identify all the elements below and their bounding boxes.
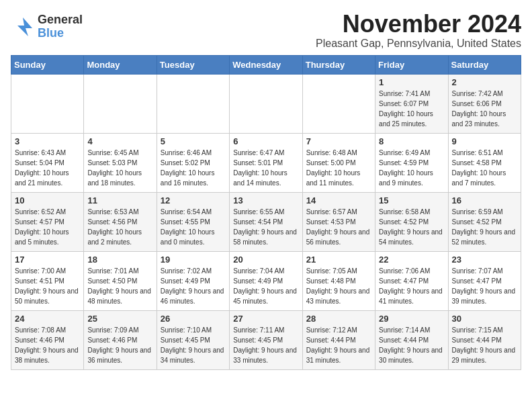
day-number: 10	[15, 195, 80, 205]
logo-general: General	[38, 13, 83, 27]
day-number: 4	[87, 136, 152, 146]
day-number: 15	[379, 195, 444, 205]
day-number: 28	[306, 314, 371, 324]
calendar-cell: 26Sunrise: 7:10 AM Sunset: 4:45 PM Dayli…	[157, 310, 229, 369]
month-title: November 2024	[316, 11, 521, 38]
calendar-cell: 19Sunrise: 7:02 AM Sunset: 4:49 PM Dayli…	[157, 251, 229, 310]
day-info: Sunrise: 6:58 AM Sunset: 4:52 PM Dayligh…	[379, 207, 444, 247]
day-number: 2	[452, 77, 517, 87]
day-number: 26	[161, 314, 226, 324]
calendar-cell: 30Sunrise: 7:15 AM Sunset: 4:44 PM Dayli…	[448, 310, 521, 369]
day-number: 6	[233, 136, 298, 146]
logo: General Blue	[11, 13, 83, 40]
day-number: 7	[306, 136, 371, 146]
calendar-cell: 10Sunrise: 6:52 AM Sunset: 4:57 PM Dayli…	[11, 192, 84, 251]
day-info: Sunrise: 7:41 AM Sunset: 6:07 PM Dayligh…	[379, 89, 444, 129]
day-info: Sunrise: 7:09 AM Sunset: 4:46 PM Dayligh…	[87, 325, 152, 365]
calendar-cell: 24Sunrise: 7:08 AM Sunset: 4:46 PM Dayli…	[11, 310, 84, 369]
day-number: 19	[161, 255, 226, 265]
logo-blue: Blue	[38, 27, 83, 40]
weekday-row: SundayMondayTuesdayWednesdayThursdayFrid…	[11, 55, 521, 74]
day-info: Sunrise: 7:04 AM Sunset: 4:49 PM Dayligh…	[233, 266, 298, 306]
calendar-header: SundayMondayTuesdayWednesdayThursdayFrid…	[11, 55, 521, 74]
day-info: Sunrise: 6:53 AM Sunset: 4:56 PM Dayligh…	[87, 207, 152, 247]
day-number: 25	[87, 314, 152, 324]
calendar-cell: 7Sunrise: 6:48 AM Sunset: 5:00 PM Daylig…	[302, 133, 375, 192]
day-number: 27	[233, 314, 298, 324]
day-info: Sunrise: 6:48 AM Sunset: 5:00 PM Dayligh…	[306, 148, 371, 188]
day-info: Sunrise: 7:11 AM Sunset: 4:45 PM Dayligh…	[233, 325, 298, 365]
day-info: Sunrise: 6:57 AM Sunset: 4:53 PM Dayligh…	[306, 207, 371, 247]
calendar-table: SundayMondayTuesdayWednesdayThursdayFrid…	[11, 55, 521, 370]
calendar-cell	[157, 74, 229, 133]
calendar-cell: 14Sunrise: 6:57 AM Sunset: 4:53 PM Dayli…	[302, 192, 375, 251]
day-info: Sunrise: 6:43 AM Sunset: 5:04 PM Dayligh…	[15, 148, 80, 188]
day-number: 14	[306, 195, 371, 205]
day-number: 29	[379, 314, 444, 324]
calendar-cell: 27Sunrise: 7:11 AM Sunset: 4:45 PM Dayli…	[230, 310, 302, 369]
weekday-header: Sunday	[11, 55, 84, 74]
logo-text: General Blue	[38, 13, 83, 40]
calendar-cell: 28Sunrise: 7:12 AM Sunset: 4:44 PM Dayli…	[302, 310, 375, 369]
day-number: 12	[161, 195, 226, 205]
day-number: 24	[15, 314, 80, 324]
day-info: Sunrise: 7:10 AM Sunset: 4:45 PM Dayligh…	[161, 325, 226, 365]
calendar-body: 1Sunrise: 7:41 AM Sunset: 6:07 PM Daylig…	[11, 74, 521, 369]
day-info: Sunrise: 7:05 AM Sunset: 4:48 PM Dayligh…	[306, 266, 371, 306]
day-info: Sunrise: 6:51 AM Sunset: 4:58 PM Dayligh…	[452, 148, 517, 188]
day-info: Sunrise: 6:47 AM Sunset: 5:01 PM Dayligh…	[233, 148, 298, 188]
calendar-cell: 15Sunrise: 6:58 AM Sunset: 4:52 PM Dayli…	[375, 192, 448, 251]
day-number: 20	[233, 255, 298, 265]
day-info: Sunrise: 7:07 AM Sunset: 4:47 PM Dayligh…	[452, 266, 517, 306]
calendar-cell	[84, 74, 157, 133]
calendar-cell	[11, 74, 84, 133]
weekday-header: Thursday	[302, 55, 375, 74]
day-info: Sunrise: 6:59 AM Sunset: 4:52 PM Dayligh…	[452, 207, 517, 247]
calendar-cell: 12Sunrise: 6:54 AM Sunset: 4:55 PM Dayli…	[157, 192, 229, 251]
calendar-cell: 5Sunrise: 6:46 AM Sunset: 5:02 PM Daylig…	[157, 133, 229, 192]
calendar-week-row: 10Sunrise: 6:52 AM Sunset: 4:57 PM Dayli…	[11, 192, 521, 251]
calendar-cell: 6Sunrise: 6:47 AM Sunset: 5:01 PM Daylig…	[230, 133, 302, 192]
day-number: 9	[452, 136, 517, 146]
day-number: 8	[379, 136, 444, 146]
day-number: 5	[161, 136, 226, 146]
day-info: Sunrise: 7:08 AM Sunset: 4:46 PM Dayligh…	[15, 325, 80, 365]
day-info: Sunrise: 6:46 AM Sunset: 5:02 PM Dayligh…	[161, 148, 226, 188]
calendar-cell: 2Sunrise: 7:42 AM Sunset: 6:06 PM Daylig…	[448, 74, 521, 133]
day-info: Sunrise: 6:54 AM Sunset: 4:55 PM Dayligh…	[161, 207, 226, 247]
day-info: Sunrise: 6:45 AM Sunset: 5:03 PM Dayligh…	[87, 148, 152, 188]
day-number: 17	[15, 255, 80, 265]
day-info: Sunrise: 6:52 AM Sunset: 4:57 PM Dayligh…	[15, 207, 80, 247]
calendar-cell: 8Sunrise: 6:49 AM Sunset: 4:59 PM Daylig…	[375, 133, 448, 192]
day-number: 18	[87, 255, 152, 265]
day-info: Sunrise: 7:42 AM Sunset: 6:06 PM Dayligh…	[452, 89, 517, 129]
title-block: November 2024 Pleasant Gap, Pennsylvania…	[316, 11, 521, 50]
location: Pleasant Gap, Pennsylvania, United State…	[316, 38, 521, 50]
calendar-cell: 21Sunrise: 7:05 AM Sunset: 4:48 PM Dayli…	[302, 251, 375, 310]
day-info: Sunrise: 7:12 AM Sunset: 4:44 PM Dayligh…	[306, 325, 371, 365]
day-info: Sunrise: 7:02 AM Sunset: 4:49 PM Dayligh…	[161, 266, 226, 306]
calendar-cell: 13Sunrise: 6:55 AM Sunset: 4:54 PM Dayli…	[230, 192, 302, 251]
day-info: Sunrise: 6:55 AM Sunset: 4:54 PM Dayligh…	[233, 207, 298, 247]
weekday-header: Wednesday	[230, 55, 302, 74]
day-info: Sunrise: 6:49 AM Sunset: 4:59 PM Dayligh…	[379, 148, 444, 188]
day-number: 16	[452, 195, 517, 205]
day-number: 22	[379, 255, 444, 265]
page-header: General Blue November 2024 Pleasant Gap,…	[11, 11, 521, 50]
calendar-cell: 18Sunrise: 7:01 AM Sunset: 4:50 PM Dayli…	[84, 251, 157, 310]
calendar-cell	[302, 74, 375, 133]
day-info: Sunrise: 7:00 AM Sunset: 4:51 PM Dayligh…	[15, 266, 80, 306]
day-info: Sunrise: 7:06 AM Sunset: 4:47 PM Dayligh…	[379, 266, 444, 306]
calendar-cell: 3Sunrise: 6:43 AM Sunset: 5:04 PM Daylig…	[11, 133, 84, 192]
logo-icon	[11, 15, 35, 39]
calendar-cell: 17Sunrise: 7:00 AM Sunset: 4:51 PM Dayli…	[11, 251, 84, 310]
calendar-cell: 23Sunrise: 7:07 AM Sunset: 4:47 PM Dayli…	[448, 251, 521, 310]
weekday-header: Tuesday	[157, 55, 229, 74]
calendar-cell: 4Sunrise: 6:45 AM Sunset: 5:03 PM Daylig…	[84, 133, 157, 192]
day-number: 30	[452, 314, 517, 324]
calendar-cell	[230, 74, 302, 133]
weekday-header: Monday	[84, 55, 157, 74]
calendar-week-row: 24Sunrise: 7:08 AM Sunset: 4:46 PM Dayli…	[11, 310, 521, 369]
calendar-week-row: 1Sunrise: 7:41 AM Sunset: 6:07 PM Daylig…	[11, 74, 521, 133]
day-number: 23	[452, 255, 517, 265]
